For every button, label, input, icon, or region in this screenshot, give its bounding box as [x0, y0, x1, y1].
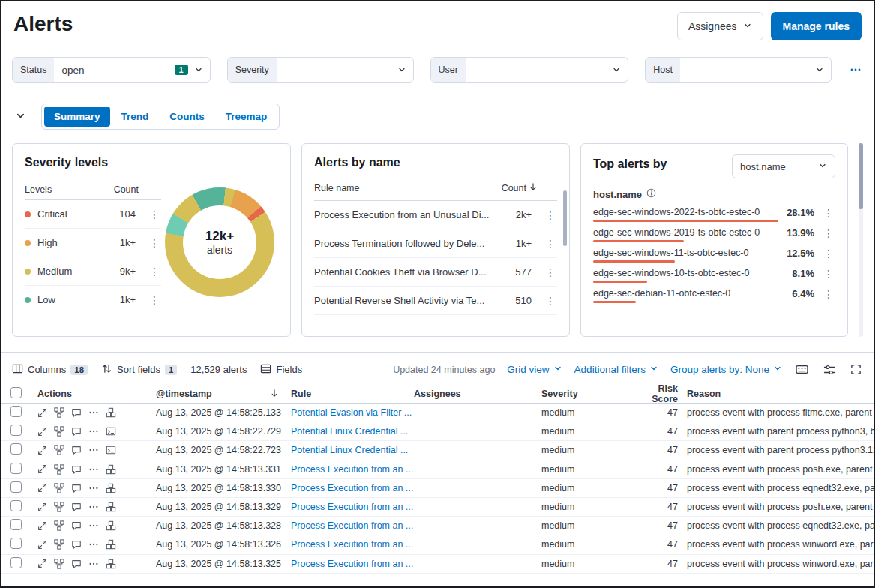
row-menu-icon[interactable]: ⋮	[544, 238, 557, 249]
panel-scrollbar[interactable]	[563, 190, 567, 246]
columns-button[interactable]: Columns 18	[12, 363, 88, 376]
row-menu-icon[interactable]: ⋮	[822, 268, 835, 279]
session-view-icon[interactable]	[106, 445, 116, 455]
more-actions-icon[interactable]	[88, 445, 99, 455]
risk-score-column-header[interactable]: Risk Score	[631, 383, 681, 404]
row-menu-icon[interactable]: ⋮	[822, 208, 835, 218]
expand-alert-icon[interactable]	[37, 540, 47, 550]
row-checkbox[interactable]	[10, 538, 22, 549]
analyze-session-icon[interactable]	[106, 502, 116, 512]
tab-trend[interactable]: Trend	[112, 106, 159, 127]
host-name[interactable]: edge-sec-windows-11-ts-obtc-estec-0	[593, 248, 778, 258]
filter-user[interactable]: User	[430, 57, 629, 82]
analyze-event-icon[interactable]	[54, 407, 64, 418]
filter-severity[interactable]: Severity	[227, 57, 414, 82]
session-view-icon[interactable]	[106, 426, 116, 436]
row-menu-icon[interactable]: ⋮	[544, 296, 557, 306]
row-menu-icon[interactable]: ⋮	[544, 210, 557, 220]
comment-icon[interactable]	[71, 502, 82, 512]
fields-button[interactable]: Fields	[260, 363, 302, 376]
row-menu-icon[interactable]: ⋮	[822, 289, 835, 299]
row-menu-icon[interactable]: ⋮	[148, 266, 161, 277]
reason-cell[interactable]: process event with process posh.exe, par…	[681, 464, 874, 475]
rule-link[interactable]: Potential Evasion via Filter ...	[291, 407, 414, 418]
rule-link[interactable]: Potential Linux Credential ...	[291, 426, 414, 436]
rule-column-header[interactable]: Rule	[291, 388, 414, 399]
tab-counts[interactable]: Counts	[160, 106, 214, 127]
timestamp-column-header[interactable]: @timestamp	[156, 388, 291, 400]
row-menu-icon[interactable]: ⋮	[822, 228, 835, 238]
row-checkbox[interactable]	[10, 424, 22, 436]
analyze-session-icon[interactable]	[106, 539, 116, 550]
reason-cell[interactable]: process event with parent process python…	[681, 445, 874, 455]
rule-link[interactable]: Process Execution from an ...	[291, 464, 414, 475]
display-options-icon[interactable]	[822, 362, 837, 377]
row-menu-icon[interactable]: ⋮	[148, 209, 161, 220]
expand-alert-icon[interactable]	[37, 521, 47, 531]
more-actions-icon[interactable]	[88, 483, 99, 494]
analyze-session-icon[interactable]	[106, 520, 116, 531]
row-menu-icon[interactable]: ⋮	[822, 248, 835, 259]
row-menu-icon[interactable]: ⋮	[148, 295, 161, 305]
more-actions-icon[interactable]	[88, 502, 99, 512]
expand-alert-icon[interactable]	[37, 464, 47, 474]
more-actions-icon[interactable]	[88, 464, 99, 475]
more-actions-icon[interactable]	[88, 520, 99, 531]
assignees-column-header[interactable]: Assignees	[414, 388, 541, 399]
top-alerts-field-select[interactable]: host.name	[732, 154, 835, 178]
severity-column-header[interactable]: Severity	[541, 388, 631, 399]
tab-summary[interactable]: Summary	[44, 106, 110, 127]
row-checkbox[interactable]	[10, 557, 22, 568]
comment-icon[interactable]	[71, 464, 82, 475]
host-name[interactable]: edge-sec-windows-2022-ts-obtc-estec-0	[593, 207, 778, 218]
analyze-event-icon[interactable]	[54, 483, 64, 494]
row-menu-icon[interactable]: ⋮	[544, 267, 557, 278]
reason-cell[interactable]: process event with process fltmc.exe, pa…	[681, 407, 874, 418]
more-actions-icon[interactable]	[88, 426, 99, 436]
row-checkbox[interactable]	[10, 443, 22, 454]
row-menu-icon[interactable]: ⋮	[148, 238, 161, 248]
more-filter-options-icon[interactable]	[848, 62, 863, 77]
comment-icon[interactable]	[71, 407, 82, 418]
analyze-event-icon[interactable]	[54, 502, 64, 512]
sort-fields-button[interactable]: Sort fields 1	[101, 363, 177, 376]
host-name[interactable]: edge-sec-windows-2019-ts-obtc-estec-0	[593, 227, 778, 238]
row-checkbox[interactable]	[10, 500, 22, 512]
reason-cell[interactable]: process event with process winword.exe, …	[681, 559, 874, 569]
analyze-session-icon[interactable]	[106, 464, 116, 475]
expand-alert-icon[interactable]	[37, 446, 47, 455]
expand-alert-icon[interactable]	[37, 483, 47, 493]
analyze-event-icon[interactable]	[54, 559, 64, 569]
analyze-event-icon[interactable]	[54, 464, 64, 475]
expand-alert-icon[interactable]	[37, 408, 47, 418]
info-icon[interactable]	[646, 188, 656, 200]
analyze-session-icon[interactable]	[106, 483, 116, 494]
comment-icon[interactable]	[71, 559, 82, 569]
reason-cell[interactable]: process event with process eqnedt32.exe,…	[681, 483, 874, 494]
host-name[interactable]: edge-sec-windows-10-ts-obtc-estec-0	[593, 268, 778, 278]
reason-column-header[interactable]: Reason	[681, 388, 874, 399]
keyboard-shortcuts-icon[interactable]	[794, 362, 810, 377]
assignees-button[interactable]: Assignees	[677, 12, 763, 40]
expand-alert-icon[interactable]	[37, 427, 47, 436]
rule-link[interactable]: Potential Linux Credential ...	[291, 445, 414, 455]
count-sort-header[interactable]: Count	[502, 182, 538, 194]
analyze-session-icon[interactable]	[106, 407, 116, 418]
more-actions-icon[interactable]	[88, 539, 99, 550]
row-checkbox[interactable]	[10, 406, 22, 417]
row-checkbox[interactable]	[10, 463, 22, 474]
scrollbar-thumb[interactable]	[859, 143, 863, 209]
expand-alert-icon[interactable]	[37, 502, 47, 512]
grid-view-button[interactable]: Grid view	[507, 364, 562, 375]
more-actions-icon[interactable]	[88, 559, 99, 569]
analyze-event-icon[interactable]	[54, 445, 64, 455]
rule-link[interactable]: Process Execution from an ...	[291, 559, 414, 569]
analyze-session-icon[interactable]	[106, 559, 116, 569]
rule-link[interactable]: Process Execution from an ...	[291, 520, 414, 531]
comment-icon[interactable]	[71, 520, 82, 531]
more-actions-icon[interactable]	[88, 407, 99, 418]
comment-icon[interactable]	[71, 483, 82, 494]
additional-filters-button[interactable]: Additional filters	[574, 364, 658, 375]
rule-link[interactable]: Process Execution from an ...	[291, 483, 414, 494]
filter-host[interactable]: Host	[645, 57, 832, 82]
